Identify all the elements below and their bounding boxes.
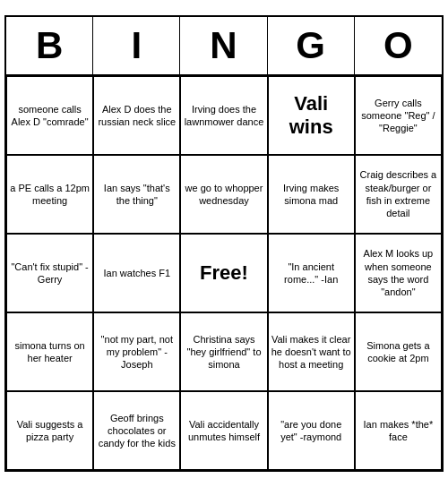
bingo-cell-2: Irving does the lawnmower dance — [180, 76, 267, 155]
bingo-cell-15: simona turns on her heater — [6, 312, 93, 391]
bingo-cell-21: Geoff brings chocolates or candy for the… — [93, 391, 180, 470]
bingo-cell-17: Christina says "hey girlfriend" to simon… — [180, 312, 267, 391]
bingo-card: BINGO someone calls Alex D "comrade"Alex… — [4, 15, 444, 472]
bingo-cell-4: Gerry calls someone "Reg" / "Reggie" — [355, 76, 442, 155]
bingo-cell-22: Vali accidentally unmutes himself — [180, 391, 267, 470]
bingo-header: BINGO — [6, 17, 442, 76]
bingo-cell-3: Vali wins — [268, 76, 355, 155]
bingo-cell-5: a PE calls a 12pm meeting — [6, 155, 93, 234]
header-letter-g: G — [268, 17, 355, 74]
header-letter-o: O — [355, 17, 442, 74]
bingo-cell-20: Vali suggests a pizza party — [6, 391, 93, 470]
bingo-cell-8: Irving makes simona mad — [268, 155, 355, 234]
bingo-cell-11: Ian watches F1 — [93, 234, 180, 312]
bingo-cell-12: Free! — [180, 234, 267, 312]
bingo-grid: someone calls Alex D "comrade"Alex D doe… — [6, 76, 442, 470]
bingo-cell-14: Alex M looks up when someone says the wo… — [355, 234, 442, 312]
bingo-cell-1: Alex D does the russian neck slice — [93, 76, 180, 155]
bingo-cell-23: "are you done yet" -raymond — [268, 391, 355, 470]
header-letter-n: N — [180, 17, 267, 74]
bingo-cell-7: we go to whopper wednesday — [180, 155, 267, 234]
bingo-cell-9: Craig describes a steak/burger or fish i… — [355, 155, 442, 234]
bingo-cell-24: Ian makes *the* face — [355, 391, 442, 470]
bingo-cell-18: Vali makes it clear he doesn't want to h… — [268, 312, 355, 391]
bingo-cell-19: Simona gets a cookie at 2pm — [355, 312, 442, 391]
bingo-cell-6: Ian says "that's the thing" — [93, 155, 180, 234]
bingo-cell-13: "In ancient rome..." -Ian — [268, 234, 355, 312]
header-letter-b: B — [6, 17, 93, 74]
header-letter-i: I — [93, 17, 180, 74]
bingo-cell-10: "Can't fix stupid" -Gerry — [6, 234, 93, 312]
bingo-cell-0: someone calls Alex D "comrade" — [6, 76, 93, 155]
bingo-cell-16: "not my part, not my problem" -Joseph — [93, 312, 180, 391]
